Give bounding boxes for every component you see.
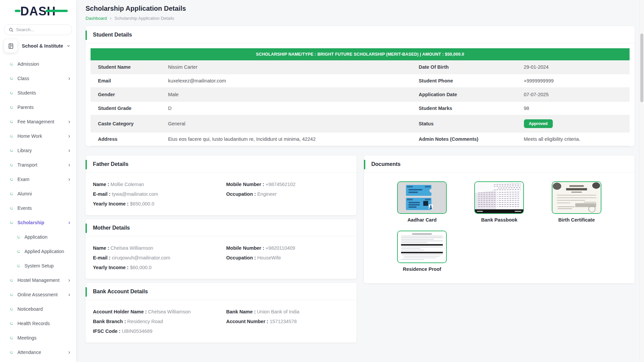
table-row: Email kuxelexez@mailinator.com Student P… <box>91 74 630 88</box>
sidebar-item-label: Online Assessment <box>17 292 68 297</box>
breadcrumb: Dashboard › Scholarship Application Deta… <box>86 15 635 21</box>
sidebar-item-noticeboard[interactable]: Noticeboard <box>0 302 76 316</box>
sidebar-item-alumni[interactable]: Alumni <box>0 186 76 201</box>
bullet-ring-icon <box>10 77 13 80</box>
sidebar-item-transport[interactable]: Transport › <box>0 158 76 172</box>
row-label: Student Marks <box>411 102 516 115</box>
scrollbar-thumb[interactable] <box>640 34 643 102</box>
sidebar-item-parents[interactable]: Parents <box>0 100 76 114</box>
sidebar-section-school-institute[interactable]: School & Institute › <box>4 39 72 53</box>
sidebar-item-class[interactable]: Class › <box>0 71 76 85</box>
sidebar-item-application[interactable]: Application <box>0 230 76 244</box>
row-value: +9999999999 <box>517 74 630 88</box>
sidebar-item-label: Application <box>24 234 70 240</box>
field-value: UBIN0534689 <box>122 328 152 334</box>
sidebar-item-system-setup[interactable]: System Setup <box>0 258 76 273</box>
document-bank-passbook[interactable]: Bank Passbook <box>474 181 524 223</box>
chevron-right-icon: › <box>68 162 70 168</box>
field-label: Name : <box>93 245 109 251</box>
field-value: HouseWife <box>257 255 281 260</box>
scrollbar-track[interactable] <box>639 0 644 362</box>
bullet-ring-icon <box>10 62 13 65</box>
sidebar-item-students[interactable]: Students <box>0 85 76 100</box>
sidebar-item-fee-management[interactable]: Fee Management › <box>0 114 76 129</box>
sidebar-item-label: Library <box>17 148 68 153</box>
document-residence-proof[interactable]: Residence Proof <box>397 231 447 272</box>
row-label: Email <box>91 74 161 88</box>
sidebar-item-label: Class <box>17 76 68 81</box>
sidebar-item-hostel-management[interactable]: Hostel Management › <box>0 273 76 287</box>
sidebar-item-health-records[interactable]: Health Records <box>0 316 76 330</box>
aadhar-card-thumbnail[interactable] <box>397 181 447 214</box>
row-value: D <box>161 102 411 115</box>
field-label: Yearly Income : <box>93 265 128 270</box>
field-label: Yearly Income : <box>93 201 128 206</box>
document-birth-certificate[interactable]: Birth Certificate <box>552 181 601 223</box>
bullet-ring-icon <box>10 279 13 282</box>
sidebar-item-admission[interactable]: Admission <box>0 57 76 71</box>
documents-card: Documents <box>364 156 635 283</box>
sidebar-item-library[interactable]: Library › <box>0 143 76 158</box>
sidebar-item-label: Scholarship <box>17 220 68 225</box>
sidebar-item-label: Noticeboard <box>17 306 70 312</box>
sidebar-item-label: Exam <box>17 177 68 182</box>
field-label: Bank Branch : <box>93 319 126 324</box>
field-value: Engineer <box>257 191 277 197</box>
row-value: 98 <box>517 102 630 115</box>
sidebar-item-attendance[interactable]: Attendance › <box>0 345 76 359</box>
bank-account-details-card-title: Bank Account Details <box>86 283 357 300</box>
row-label: Student Name <box>91 60 161 74</box>
sidebar-item-applied-application[interactable]: Applied Application <box>0 244 76 258</box>
breadcrumb-dashboard-link[interactable]: Dashboard <box>86 16 107 21</box>
sidebar-item-scholarship[interactable]: Scholarship › <box>0 215 76 230</box>
sidebar-item-exam[interactable]: Exam › <box>0 172 76 186</box>
bank-passbook-thumbnail[interactable] <box>474 181 524 214</box>
table-row: Caste Category General Status Approved <box>91 115 630 132</box>
field-value: Residency Road <box>127 319 163 324</box>
info-field: Name :Chelsea Williamson <box>93 245 226 251</box>
info-field: E-mail :tywa@mailinator.com <box>93 191 226 197</box>
document-aadhar-card[interactable]: Aadhar Card <box>397 181 447 223</box>
field-value: Chelsea Williamson <box>110 245 153 251</box>
sidebar-item-label: Alumni <box>17 191 70 196</box>
info-field: Bank Branch :Residency Road <box>93 318 226 325</box>
row-label: Admin Notes (Comments) <box>411 132 516 146</box>
info-field: E-mail :ciruqowuh@mailinator.com <box>93 254 226 261</box>
row-value: Meets all eligibility criteria. <box>517 132 630 146</box>
sidebar-item-home-work[interactable]: Home Work › <box>0 129 76 143</box>
bullet-ring-icon <box>10 120 13 123</box>
sidebar: DASH School & Institute › Admission Clas… <box>0 0 76 362</box>
field-value: $650,000.0 <box>130 201 154 206</box>
info-field: Yearly Income :$650,000.0 <box>93 200 226 207</box>
field-value: $60,000.0 <box>130 265 152 270</box>
logo-accent-right <box>46 10 68 12</box>
bullet-ring-icon <box>17 250 20 253</box>
bullet-ring-icon <box>10 106 13 109</box>
table-row: Address Eius eos facere qui, Iusto lauda… <box>91 132 630 146</box>
residence-proof-thumbnail[interactable] <box>397 231 447 263</box>
bullet-ring-icon <box>10 134 13 137</box>
info-field: Occupation :HouseWife <box>226 254 349 261</box>
chevron-right-icon: › <box>68 177 70 182</box>
sidebar-item-meetings[interactable]: Meetings <box>0 330 76 345</box>
birth-certificate-thumbnail[interactable] <box>552 181 601 214</box>
sidebar-item-online-assessment[interactable]: Online Assessment › <box>0 287 76 302</box>
info-field: Account Number :1571234578 <box>226 318 349 325</box>
field-label: Occupation : <box>226 255 256 260</box>
info-field: Mobile Number :+9820110409 <box>226 245 349 251</box>
book-icon <box>4 39 17 53</box>
app-logo[interactable]: DASH <box>0 0 76 23</box>
field-value: 1571234578 <box>270 319 297 324</box>
sidebar-item-label: Events <box>17 205 70 211</box>
chevron-right-icon: › <box>68 148 70 153</box>
search-icon <box>9 27 13 32</box>
chevron-right-icon: › <box>68 76 70 81</box>
bullet-ring-icon <box>10 221 13 224</box>
field-value: +9820110409 <box>266 245 295 251</box>
search-input[interactable] <box>16 27 67 32</box>
sidebar-item-events[interactable]: Events <box>0 201 76 215</box>
info-field: Occupation :Engineer <box>226 191 349 197</box>
search-box[interactable] <box>4 24 72 35</box>
info-field: IFSC Code :UBIN0534689 <box>93 328 226 335</box>
info-field: Account Holder Name :Chelsea Williamson <box>93 308 226 315</box>
